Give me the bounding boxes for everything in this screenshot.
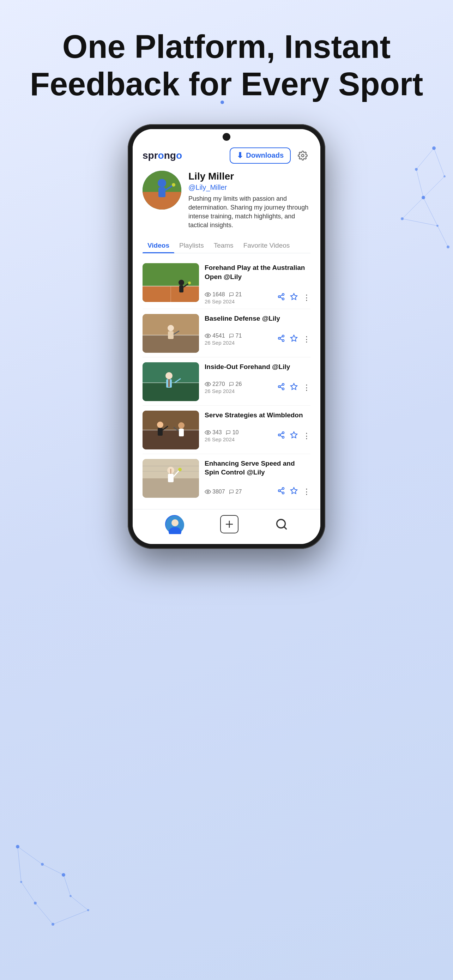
more-options-button[interactable]: ⋮	[303, 383, 310, 392]
svg-point-49	[278, 296, 280, 298]
share-button[interactable]	[277, 293, 285, 303]
profile-section: Lily Miller @Lily_Miller Pushing my limi…	[143, 171, 310, 230]
nav-add-button[interactable]	[220, 515, 238, 533]
video-title: Forehand Play at the Australian Open @Li…	[205, 263, 310, 281]
phone-outer-shell: sprongo ⬇ Downloads	[128, 124, 325, 549]
svg-line-94	[280, 435, 282, 437]
comment-count: 21	[229, 291, 242, 298]
svg-point-114	[172, 519, 178, 527]
svg-point-105	[178, 468, 182, 471]
svg-line-119	[284, 527, 286, 529]
video-item: Baseline Defense @Lily 4541	[143, 310, 310, 357]
tab-playlists[interactable]: Playlists	[174, 238, 209, 253]
video-actions: ⋮	[277, 487, 310, 497]
comment-count: 26	[229, 381, 242, 387]
video-title: Inside-Out Forehand @Lily	[205, 362, 310, 371]
more-options-button[interactable]: ⋮	[303, 487, 310, 496]
nav-profile[interactable]	[165, 515, 183, 533]
share-button[interactable]	[277, 487, 285, 497]
settings-button[interactable]	[295, 148, 310, 163]
video-actions: ⋮	[277, 383, 310, 393]
more-options-button[interactable]: ⋮	[303, 335, 310, 344]
tab-favorite-videos[interactable]: Favorite Videos	[238, 238, 295, 253]
video-item: Inside-Out Forehand @Lily 2270	[143, 358, 310, 406]
share-button[interactable]	[277, 431, 285, 441]
favorite-button[interactable]	[290, 334, 298, 344]
svg-point-17	[20, 881, 22, 883]
more-options-button[interactable]: ⋮	[303, 293, 310, 302]
video-info: Baseline Defense @Lily 4541	[205, 314, 310, 346]
video-thumbnail[interactable]	[143, 459, 199, 498]
svg-point-57	[168, 325, 174, 331]
share-button[interactable]	[277, 383, 285, 393]
svg-point-109	[282, 492, 285, 494]
favorite-button[interactable]	[290, 293, 298, 303]
svg-line-111	[280, 489, 282, 490]
video-stats: 1648 21	[205, 291, 242, 298]
comment-count: 71	[229, 332, 242, 339]
header-right: ⬇ Downloads	[230, 148, 310, 164]
svg-point-107	[282, 488, 285, 490]
video-thumbnail[interactable]	[143, 410, 199, 449]
phone-screen: sprongo ⬇ Downloads	[133, 129, 320, 544]
more-options-button[interactable]: ⋮	[303, 431, 310, 441]
video-list: Forehand Play at the Australian Open @Li…	[143, 259, 310, 502]
download-icon: ⬇	[237, 151, 243, 160]
svg-point-93	[282, 436, 285, 438]
svg-point-106	[207, 491, 209, 493]
nav-search-button[interactable]	[275, 518, 288, 531]
phone-mockup: sprongo ⬇ Downloads	[0, 124, 453, 549]
hero-title: One Platform, Instant Feedback for Every…	[21, 28, 432, 103]
video-actions: ⋮	[277, 334, 310, 344]
svg-point-75	[282, 383, 285, 386]
video-title: Enhancing Serve Speed and Spin Control @…	[205, 459, 310, 477]
downloads-button[interactable]: ⬇ Downloads	[230, 148, 291, 164]
logo-text: sprongo	[143, 150, 182, 161]
view-count: 4541	[205, 332, 225, 339]
tab-teams[interactable]: Teams	[209, 238, 238, 253]
svg-point-77	[282, 388, 285, 390]
avatar-container	[143, 171, 181, 210]
video-date: 26 Sep 2024	[205, 340, 242, 346]
video-thumbnail[interactable]	[143, 314, 199, 353]
video-thumbnail[interactable]	[143, 362, 199, 401]
share-button[interactable]	[277, 334, 285, 344]
svg-point-38	[172, 183, 175, 187]
svg-point-87	[178, 422, 184, 429]
bottom-nav	[133, 509, 320, 544]
svg-point-18	[62, 873, 65, 877]
svg-point-84	[157, 422, 163, 428]
svg-line-52	[280, 295, 282, 296]
svg-point-35	[158, 179, 166, 187]
video-info: Inside-Out Forehand @Lily 2270	[205, 362, 310, 395]
svg-point-47	[207, 294, 209, 295]
svg-line-110	[280, 491, 282, 492]
comment-count: 10	[226, 430, 239, 436]
video-thumbnail[interactable]	[143, 263, 199, 302]
svg-rect-85	[158, 428, 163, 436]
favorite-button[interactable]	[290, 487, 298, 497]
app-header: sprongo ⬇ Downloads	[143, 145, 310, 164]
avatar[interactable]	[143, 171, 181, 210]
svg-point-74	[207, 383, 209, 385]
svg-point-32	[302, 154, 304, 157]
favorite-button[interactable]	[290, 383, 298, 393]
profile-handle[interactable]: @Lily_Miller	[188, 183, 310, 192]
svg-line-64	[280, 339, 282, 340]
svg-point-91	[282, 432, 285, 434]
video-date: 26 Sep 2024	[205, 388, 242, 394]
video-actions: ⋮	[277, 431, 310, 441]
svg-marker-66	[291, 335, 297, 341]
svg-line-23	[17, 846, 42, 864]
profile-name: Lily Miller	[188, 171, 310, 182]
favorite-button[interactable]	[290, 431, 298, 441]
svg-rect-82	[143, 430, 199, 449]
svg-point-46	[188, 282, 191, 284]
svg-point-70	[165, 372, 173, 379]
svg-point-15	[16, 845, 19, 848]
svg-point-90	[207, 432, 209, 434]
tab-videos[interactable]: Videos	[143, 238, 174, 253]
svg-line-29	[71, 896, 88, 910]
svg-point-43	[178, 280, 184, 285]
camera-bar	[133, 129, 320, 145]
